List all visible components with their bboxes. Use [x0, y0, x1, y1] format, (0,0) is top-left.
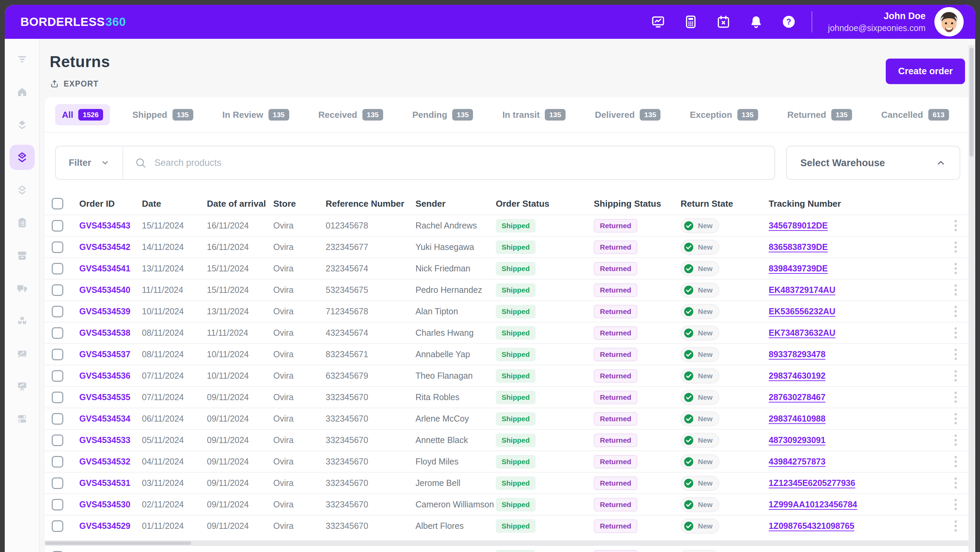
- row-actions-menu[interactable]: [952, 453, 959, 470]
- sidebar-item-layers-box-active[interactable]: [10, 145, 35, 170]
- row-actions-menu[interactable]: [952, 367, 959, 384]
- table-row[interactable]: GVS453453204/11/202409/11/2024Ovira33234…: [45, 450, 970, 472]
- sidebar-item-layers-outline[interactable]: [13, 181, 31, 199]
- user-avatar[interactable]: [934, 7, 964, 37]
- order-id-link[interactable]: GVS4534543: [79, 221, 130, 230]
- tab-cancelled[interactable]: Cancelled613: [875, 104, 956, 125]
- order-id-link[interactable]: GVS4534536: [79, 371, 130, 380]
- order-id-link[interactable]: GVS4534535: [79, 392, 130, 402]
- tracking-link[interactable]: 287630278467: [769, 392, 826, 402]
- row-actions-menu[interactable]: [952, 260, 959, 277]
- row-checkbox[interactable]: [52, 220, 63, 231]
- warehouse-select[interactable]: Select Warehouse: [786, 146, 960, 180]
- order-id-link[interactable]: GVS4534539: [79, 306, 130, 316]
- row-checkbox[interactable]: [52, 434, 63, 446]
- horizontal-scrollbar[interactable]: [45, 541, 970, 546]
- row-checkbox[interactable]: [52, 349, 63, 360]
- tab-pending[interactable]: Pending135: [406, 104, 480, 125]
- tab-delivered[interactable]: Delivered135: [588, 104, 667, 125]
- sidebar-item-archive-box[interactable]: [13, 247, 31, 264]
- order-id-link[interactable]: GVS4534530: [79, 499, 130, 509]
- tracking-link[interactable]: EK734873632AU: [769, 328, 835, 337]
- tracking-link[interactable]: 3456789012DE: [769, 221, 828, 230]
- sidebar-item-clipboard-list[interactable]: [13, 214, 31, 231]
- row-actions-menu[interactable]: [952, 282, 959, 298]
- row-actions-menu[interactable]: [952, 239, 959, 255]
- row-actions-menu[interactable]: [952, 324, 959, 341]
- row-actions-menu[interactable]: [952, 389, 959, 405]
- calendar-icon[interactable]: [716, 14, 730, 29]
- row-checkbox[interactable]: [52, 327, 63, 339]
- row-actions-menu[interactable]: [952, 346, 959, 363]
- tab-returned[interactable]: Returned135: [781, 104, 859, 125]
- table-row[interactable]: GVS453452901/11/202409/11/2024Ovira33234…: [45, 515, 970, 536]
- tracking-link[interactable]: 8398439739DE: [769, 263, 828, 273]
- tab-all[interactable]: All1526: [55, 104, 110, 125]
- row-actions-menu[interactable]: [952, 410, 959, 427]
- notifications-bell-icon[interactable]: [749, 14, 763, 29]
- tab-in-transit[interactable]: In transit135: [495, 104, 572, 125]
- table-row[interactable]: GVS453453002/11/202409/11/2024Ovira33234…: [45, 493, 970, 515]
- order-id-link[interactable]: GVS4534540: [79, 285, 130, 295]
- table-row[interactable]: GVS453453910/11/202413/11/2024Ovira71234…: [45, 300, 970, 322]
- table-row[interactable]: GVS453454315/11/202416/11/2024Ovira01234…: [45, 215, 970, 236]
- sidebar-item-presentation-chart[interactable]: [13, 377, 31, 395]
- search-input[interactable]: [154, 157, 763, 169]
- row-checkbox[interactable]: [52, 456, 63, 467]
- row-actions-menu[interactable]: [952, 432, 959, 448]
- row-checkbox[interactable]: [52, 306, 63, 317]
- export-button[interactable]: EXPORT: [50, 79, 99, 89]
- sidebar-item-filter-lines[interactable]: [13, 50, 31, 68]
- order-id-link[interactable]: GVS4534531: [79, 478, 130, 488]
- order-id-link[interactable]: GVS4534529: [79, 521, 130, 531]
- order-id-link[interactable]: GVS4534538: [79, 328, 130, 337]
- table-row[interactable]: GVS453453406/11/202409/11/2024Ovira33234…: [45, 408, 970, 429]
- order-id-link[interactable]: GVS4534533: [79, 435, 130, 445]
- tracking-link[interactable]: 1Z0987654321098765: [769, 521, 854, 531]
- order-id-link[interactable]: GVS4534532: [79, 457, 130, 466]
- tracking-link[interactable]: 439842757873: [769, 457, 826, 466]
- table-row[interactable]: GVS453453708/11/202410/11/2024Ovira83234…: [45, 343, 970, 365]
- vertical-scrollbar[interactable]: [969, 45, 975, 552]
- tracking-link[interactable]: EK483729174AU: [769, 285, 835, 295]
- table-row[interactable]: GVS453453808/11/202411/11/2024Ovira43234…: [45, 322, 970, 343]
- row-checkbox[interactable]: [52, 413, 63, 424]
- order-id-link[interactable]: GVS4534537: [79, 349, 130, 359]
- row-checkbox[interactable]: [52, 551, 63, 552]
- row-checkbox[interactable]: [52, 284, 63, 296]
- table-row[interactable]: GVS453454011/11/202415/11/2024Ovira53234…: [45, 279, 970, 300]
- sidebar-item-toggles[interactable]: [13, 410, 31, 428]
- order-id-link[interactable]: GVS4534542: [79, 242, 130, 252]
- select-all-checkbox[interactable]: [52, 198, 63, 209]
- create-order-button[interactable]: Create order: [886, 59, 965, 84]
- sidebar-item-truck[interactable]: [13, 279, 31, 297]
- row-checkbox[interactable]: [52, 520, 63, 532]
- order-id-link[interactable]: GVS4534541: [79, 263, 130, 273]
- row-checkbox[interactable]: [52, 477, 63, 489]
- row-checkbox[interactable]: [52, 499, 63, 511]
- tracking-link[interactable]: 8365838739DE: [769, 242, 828, 252]
- tracking-link[interactable]: 487309293091: [769, 435, 826, 445]
- filter-dropdown[interactable]: Filter: [56, 147, 123, 179]
- display-chart-icon[interactable]: [651, 14, 665, 29]
- row-checkbox[interactable]: [52, 370, 63, 382]
- sidebar-item-home[interactable]: [13, 83, 31, 101]
- table-row[interactable]: GVS453454113/11/202415/11/2024Ovira23234…: [45, 257, 970, 279]
- tracking-link[interactable]: 1Z12345E6205277936: [769, 478, 855, 488]
- table-row[interactable]: GVS453453507/11/202409/11/2024Ovira33234…: [45, 386, 970, 408]
- table-row[interactable]: GVS453453305/11/202409/11/2024Ovira33234…: [45, 429, 970, 450]
- tab-exception[interactable]: Exception135: [683, 104, 765, 125]
- tab-received[interactable]: Received135: [312, 104, 390, 125]
- tracking-link[interactable]: 1Z999AA10123456784: [769, 499, 857, 509]
- order-id-link[interactable]: GVS4534534: [79, 414, 130, 423]
- help-icon[interactable]: ?: [782, 14, 796, 29]
- calculator-icon[interactable]: [684, 14, 698, 29]
- row-actions-menu[interactable]: [952, 303, 959, 320]
- row-actions-menu[interactable]: [952, 217, 959, 234]
- tracking-link[interactable]: 298374610988: [769, 414, 826, 423]
- sidebar-item-layers-filled[interactable]: [13, 116, 31, 134]
- row-actions-menu[interactable]: [952, 496, 959, 513]
- tab-shipped[interactable]: Shipped135: [126, 104, 200, 125]
- row-actions-menu[interactable]: [952, 475, 959, 491]
- table-row[interactable]: GVS453453103/11/202409/11/2024Ovira33234…: [45, 472, 970, 493]
